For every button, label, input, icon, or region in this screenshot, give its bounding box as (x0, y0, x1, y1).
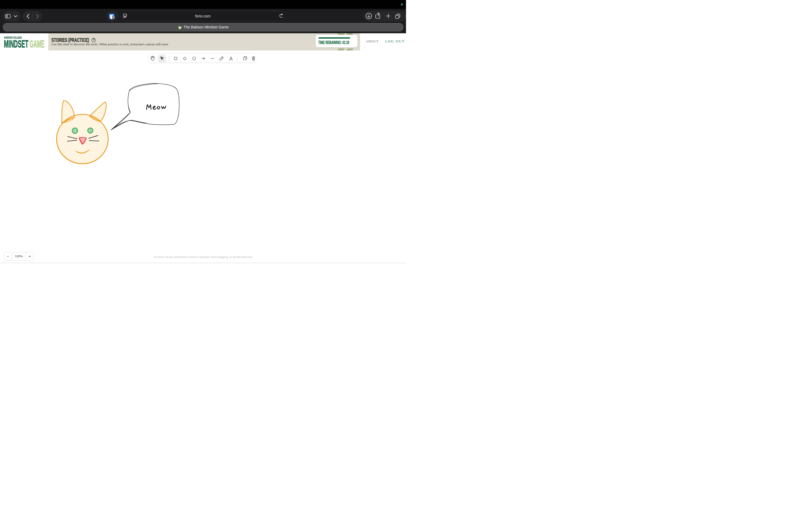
svg-text:MINDSET: MINDSET (4, 38, 28, 49)
svg-text:TIME REMAINING: 01:19: TIME REMAINING: 01:19 (318, 40, 349, 45)
svg-text:STORIES (PRACTICE): STORIES (PRACTICE) (52, 37, 89, 43)
svg-text:GAME: GAME (30, 38, 45, 49)
